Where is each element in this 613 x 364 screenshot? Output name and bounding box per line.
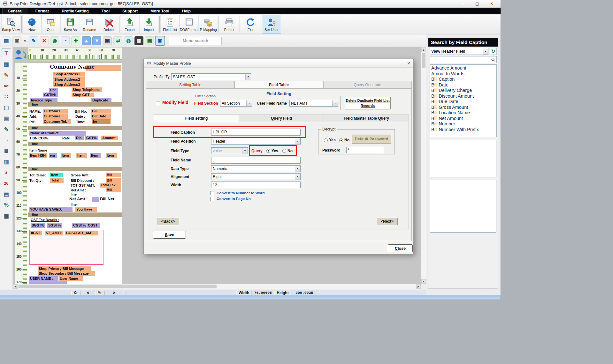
pencil-tool-icon[interactable]: ✎ bbox=[2, 70, 11, 80]
line-separator[interactable]: line bbox=[28, 126, 122, 130]
table-tool-icon[interactable]: ▤ bbox=[2, 189, 11, 199]
chevron-down-icon[interactable]: ▼ bbox=[295, 166, 300, 172]
field-list-button[interactable]: Field List bbox=[160, 15, 180, 33]
field-hsn-code[interactable]: HSN CODE bbox=[30, 136, 49, 141]
field-caption-item[interactable]: Bill Caption bbox=[430, 77, 496, 82]
menu-general[interactable]: General bbox=[3, 8, 28, 14]
keyboard-icon[interactable]: ▦ bbox=[134, 36, 143, 45]
schedule-icon[interactable]: ◔ bbox=[61, 36, 70, 45]
profile-type-select[interactable]: SALES_GST▼ bbox=[171, 73, 251, 80]
field-time[interactable]: Time: bbox=[76, 120, 85, 124]
scrollbar-thumb[interactable] bbox=[422, 53, 425, 68]
delete-format-icon[interactable]: ✕ bbox=[40, 36, 49, 45]
scroll-down-icon[interactable]: ▼ bbox=[421, 279, 426, 284]
field-item-name[interactable]: Item Name bbox=[29, 148, 47, 153]
field-bill-no[interactable]: Bill No: bbox=[75, 109, 87, 114]
scroll-up-icon[interactable]: ▲ bbox=[421, 48, 426, 52]
field-item[interactable]: Item bbox=[61, 153, 71, 158]
new-button[interactable]: New bbox=[22, 15, 42, 33]
field-caption-item[interactable]: Bill Gross Amount bbox=[430, 105, 496, 110]
field-bill[interactable]: Bill bbox=[106, 178, 121, 183]
field-caption-item[interactable]: Bill Location Name bbox=[430, 110, 496, 116]
field-ph[interactable]: PH: bbox=[29, 120, 35, 124]
menu-support[interactable]: Support bbox=[117, 8, 143, 14]
field-ph[interactable]: Ph: bbox=[49, 88, 58, 93]
field-item[interactable]: Item bbox=[106, 153, 117, 158]
field-line[interactable]: line bbox=[71, 202, 77, 207]
field-cgst[interactable]: CGST% bbox=[72, 223, 87, 228]
field-st-amti[interactable]: ST_AMTI bbox=[45, 231, 63, 235]
save-as-button[interactable]: Save As bbox=[61, 15, 80, 33]
note-tool-icon[interactable]: ✎ bbox=[2, 124, 11, 134]
tab-query-generate[interactable]: Query Generate bbox=[323, 81, 412, 88]
overflow-chevron[interactable]: » bbox=[23, 38, 27, 43]
field-you-have[interactable]: You Have bbox=[75, 207, 97, 212]
dosformat-button[interactable]: DOSFormat bbox=[180, 15, 199, 33]
field-date[interactable]: Date : bbox=[75, 114, 85, 119]
field-customer-tel[interactable]: Customer Tel. bbox=[43, 119, 71, 124]
field-tot-items[interactable]: Tot Items: bbox=[29, 173, 46, 178]
rotate-user-icon[interactable] bbox=[13, 48, 28, 63]
p-mapping-button[interactable]: P-Mapping bbox=[199, 15, 218, 33]
pen-tool-icon[interactable]: ✏ bbox=[2, 81, 11, 91]
printer-small-icon[interactable]: ▣ bbox=[12, 36, 21, 45]
rename-button[interactable]: Rename bbox=[80, 15, 99, 33]
field-gst-tax-details[interactable]: GST Tax Details : bbox=[31, 218, 59, 222]
width-input[interactable] bbox=[211, 182, 301, 188]
field-search-input[interactable] bbox=[430, 56, 490, 63]
field-user-name[interactable]: User Name bbox=[59, 276, 83, 281]
menu-format[interactable]: Format bbox=[30, 8, 54, 14]
web-report-icon[interactable]: ◉ bbox=[50, 36, 59, 45]
field-caption-item[interactable]: Advance Amount bbox=[430, 65, 496, 71]
line-separator[interactable]: line bbox=[28, 102, 122, 107]
convert-number-word-checkbox[interactable] bbox=[210, 191, 214, 195]
chevron-down-icon[interactable]: ▼ bbox=[332, 100, 338, 106]
ser-user-button[interactable]: Ser-User bbox=[262, 15, 281, 33]
scroll-right-icon[interactable]: ▶ bbox=[416, 284, 421, 289]
field-name[interactable]: NAME: bbox=[29, 109, 41, 114]
field-caption-item[interactable]: Bill Delivery Charge bbox=[430, 88, 496, 93]
open-button[interactable]: Open bbox=[42, 15, 61, 33]
horizontal-scrollbar[interactable]: ◀ ▶ bbox=[13, 284, 421, 289]
field-customer[interactable]: Customer bbox=[43, 114, 68, 119]
field-item[interactable]: Item bbox=[76, 153, 87, 158]
field-iigst[interactable]: IIGST bbox=[30, 231, 42, 235]
samp-view-button[interactable]: Samp-View bbox=[1, 15, 20, 33]
field-shop-secondary-bill-message[interactable]: Shop Secondary Bill Message bbox=[38, 271, 95, 276]
close-button[interactable]: Close bbox=[388, 244, 413, 252]
field-section-select[interactable]: All Section▼ bbox=[220, 100, 252, 107]
field-shop-gst[interactable]: Shop GST bbox=[72, 93, 94, 97]
field-company-name[interactable]: Company Name bbox=[50, 64, 95, 69]
field-tot-qty[interactable]: Tot Qty: bbox=[29, 178, 42, 183]
field-user-name[interactable]: USER NAME : bbox=[29, 276, 58, 281]
field-em[interactable]: em bbox=[49, 153, 57, 158]
delete-button[interactable]: Delete bbox=[99, 15, 118, 33]
field-shop-primary-bill-message[interactable]: Shop Primary Bill Message bbox=[38, 266, 91, 271]
field-caption-item[interactable]: Bill Discount Amount bbox=[430, 93, 496, 99]
chevron-down-icon[interactable]: ▼ bbox=[246, 100, 252, 106]
field-dis[interactable]: Dis bbox=[75, 136, 84, 140]
cloud-download-icon[interactable]: ▼ bbox=[92, 36, 101, 45]
field-add[interactable]: Add: bbox=[29, 114, 37, 119]
field-cgst[interactable]: CGST bbox=[87, 223, 100, 228]
delete-duplicate-field-list-button[interactable]: Delete Duplicate Field List Records bbox=[345, 97, 391, 109]
field-bill-discount[interactable]: Bill Discount : bbox=[71, 178, 94, 183]
cloud-upload-icon[interactable]: ▲ bbox=[82, 36, 91, 45]
field-name-of-product[interactable]: Name of Product bbox=[29, 131, 86, 136]
line-separator[interactable]: line bbox=[28, 142, 122, 146]
field-position-select[interactable]: Header▼ bbox=[211, 138, 301, 145]
printer-active-icon[interactable]: ▣ bbox=[156, 36, 165, 45]
pages-tool-icon[interactable]: ▣ bbox=[2, 114, 11, 123]
add-grid-icon[interactable]: ✚ bbox=[71, 36, 80, 45]
dialog-close-icon[interactable]: ✕ bbox=[407, 61, 410, 66]
back-button[interactable]: <Back> bbox=[157, 218, 179, 225]
tab-field-master-table-query[interactable]: Field Master Table Query bbox=[324, 115, 409, 122]
field-caption-item[interactable]: Bill Net Amount bbox=[430, 116, 496, 122]
field-caption-item[interactable]: Bill Due Date bbox=[430, 99, 496, 105]
field-bill-net[interactable]: Bill Net bbox=[100, 197, 114, 201]
field-box[interactable] bbox=[92, 197, 99, 202]
tab-setting-table[interactable]: Setting Table bbox=[146, 81, 234, 88]
field-caption-item[interactable]: Bill Date bbox=[430, 82, 496, 88]
chevron-down-icon[interactable]: ▼ bbox=[295, 138, 300, 144]
field-sgst[interactable]: SGST% bbox=[31, 223, 45, 228]
